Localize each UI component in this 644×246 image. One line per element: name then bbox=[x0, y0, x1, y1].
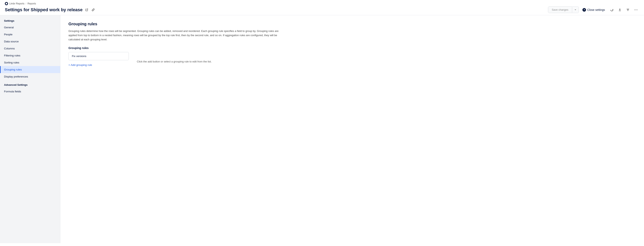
sidebar-item-formula-fields[interactable]: Formula fields bbox=[0, 88, 60, 95]
breadcrumb: Limbr Reports / Reports bbox=[5, 2, 639, 5]
breadcrumb-current: Reports bbox=[28, 2, 36, 5]
breadcrumb-separator: / bbox=[26, 2, 26, 5]
save-changes-button[interactable]: Save changes bbox=[548, 7, 572, 13]
svg-point-0 bbox=[6, 3, 7, 4]
upload-button[interactable] bbox=[617, 7, 623, 13]
close-settings-label: Close settings bbox=[587, 8, 605, 11]
sidebar-item-grouping-rules[interactable]: Grouping rules bbox=[0, 66, 60, 73]
sidebar-advanced-section-title: Advanced Settings bbox=[0, 83, 60, 88]
main-section-description: Grouping rules determine how the rows wi… bbox=[68, 29, 280, 42]
sidebar-item-columns[interactable]: Columns bbox=[0, 45, 60, 52]
add-grouping-rule-button[interactable]: + Add grouping rule bbox=[68, 62, 92, 68]
grouping-layout: Fix versions + Add grouping rule Click t… bbox=[68, 52, 636, 68]
sidebar-item-data-source[interactable]: Data source bbox=[0, 38, 60, 45]
grouping-rules-label: Grouping rules bbox=[68, 46, 636, 50]
more-options-button[interactable] bbox=[633, 7, 639, 13]
sidebar-item-filtering-rules[interactable]: Filtering rules bbox=[0, 52, 60, 59]
save-changes-dropdown-button[interactable] bbox=[572, 7, 578, 13]
refresh-button[interactable] bbox=[608, 7, 615, 13]
svg-point-2 bbox=[636, 9, 636, 10]
sidebar-item-general[interactable]: General bbox=[0, 24, 60, 31]
close-icon: ✕ bbox=[582, 8, 586, 12]
external-link-button[interactable] bbox=[84, 8, 89, 12]
main-section-title: Grouping rules bbox=[68, 22, 636, 26]
grouping-list: Fix versions + Add grouping rule bbox=[68, 52, 129, 68]
svg-point-1 bbox=[634, 9, 635, 10]
filter-settings-button[interactable] bbox=[625, 7, 631, 13]
page-title: Settings for Shipped work by release bbox=[5, 7, 82, 12]
main-content: Grouping rules Grouping rules determine … bbox=[60, 15, 644, 243]
title-area: Settings for Shipped work by release bbox=[5, 7, 96, 12]
limbr-logo bbox=[5, 2, 8, 5]
save-btn-group: Save changes bbox=[548, 6, 579, 13]
sidebar-item-people[interactable]: People bbox=[0, 31, 60, 38]
link-button[interactable] bbox=[91, 8, 96, 12]
close-settings-button[interactable]: ✕ Close settings bbox=[580, 7, 607, 13]
header-actions: Save changes ✕ Close settings bbox=[548, 6, 639, 13]
sidebar-item-display-preferences[interactable]: Display preferences bbox=[0, 73, 60, 80]
svg-point-3 bbox=[637, 9, 638, 10]
rule-item[interactable]: Fix versions bbox=[68, 52, 129, 60]
sidebar-item-sorting-rules[interactable]: Sorting rules bbox=[0, 59, 60, 66]
sidebar: Settings General People Data source Colu… bbox=[0, 15, 60, 243]
sidebar-section-title: Settings bbox=[0, 19, 60, 24]
grouping-hint: Click the add button or select a groupin… bbox=[137, 52, 212, 63]
breadcrumb-parent-link[interactable]: Limbr Reports bbox=[9, 2, 24, 5]
